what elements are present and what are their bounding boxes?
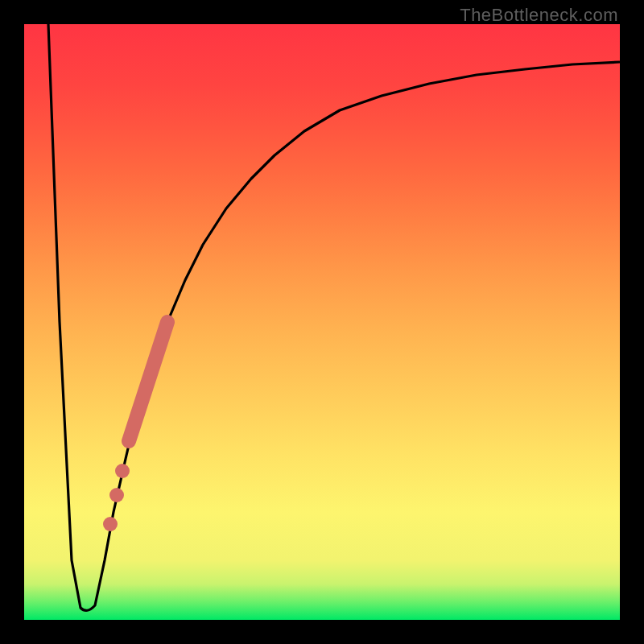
plot-area [24,24,620,620]
bottleneck-curve [48,24,620,610]
attribution-text: TheBottleneck.com [460,5,618,26]
chart-frame: TheBottleneck.com [0,0,644,644]
curve-layer [24,24,620,620]
highlight-marker [109,488,124,502]
highlight-marker [115,464,130,478]
highlight-band [129,322,167,441]
highlight-marker [103,517,118,531]
